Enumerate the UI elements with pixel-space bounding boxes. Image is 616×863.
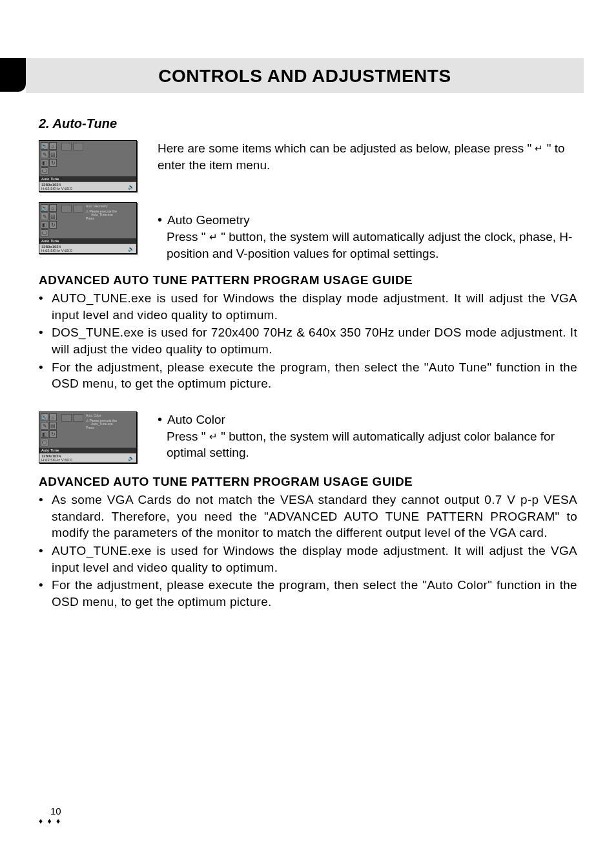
intro-text-1: Here are some items which can be adjuste…	[158, 141, 535, 155]
mountain-icon	[61, 205, 72, 213]
enter-icon: ↵	[209, 430, 218, 443]
guide1-b1: AUTO_TUNE.exe is used for Windows the di…	[52, 290, 577, 323]
bullet-dot: •	[39, 324, 46, 357]
guide1-b3: For the adjustment, please execute the p…	[52, 359, 577, 392]
text-column-1: Here are some items which can be adjuste…	[158, 140, 577, 262]
auto-color-title: Auto Color	[167, 411, 577, 428]
auto-geometry-line-b: " button, the system will automatically …	[167, 230, 572, 260]
side-tab	[0, 58, 26, 92]
osd-main-panel: Auto Geometry ⚠ Please execute the Auto_…	[60, 204, 135, 237]
speaker-icon: 🔈	[128, 455, 134, 461]
text-column-2: • Auto Color Press " ↵ " button, the sys…	[158, 411, 577, 461]
document-icon: ▤	[49, 213, 57, 220]
bullet-dot: •	[39, 290, 46, 323]
brightness-icon: ☼	[49, 413, 57, 421]
color-icon: ◧	[41, 221, 48, 229]
page-content: CONTROLS AND ADJUSTMENTS 2. Auto-Tune 🔊 …	[0, 0, 616, 650]
bullet-dot: •	[158, 212, 162, 229]
document-icon: ▤	[49, 422, 57, 430]
monitor-icon	[41, 167, 48, 175]
runner-icon	[73, 414, 83, 422]
osd-hint3: Press	[86, 217, 117, 221]
sound-icon: 🔊	[41, 204, 48, 212]
bullet-dot: •	[39, 577, 46, 610]
color-icon: ◧	[41, 430, 48, 438]
runner-icon	[73, 143, 83, 151]
wand-icon: ✎	[41, 151, 48, 158]
footer-diamonds: ♦ ♦ ♦	[39, 816, 61, 826]
osd-icon-grid: 🔊 ☼ ✎ ▤ ◧ ↻	[41, 204, 59, 237]
osd-auto-color: 🔊 ☼ ✎ ▤ ◧ ↻ Auto Color ⚠ Please execu	[39, 411, 137, 463]
speaker-icon: 🔈	[128, 246, 134, 252]
osd-status: 1280x1024H:63.5KHz V:60.0 🔈	[39, 453, 136, 463]
osd-freq: H:63.5KHz V:60.0	[41, 187, 72, 191]
monitor-icon	[41, 439, 48, 446]
osd-label: Auto Tune	[39, 176, 136, 182]
osd-sub-title: Auto Color	[86, 414, 117, 418]
sound-icon: 🔊	[41, 413, 48, 421]
mountain-icon	[61, 414, 72, 422]
enter-icon: ↵	[209, 231, 218, 244]
section-heading: 2. Auto-Tune	[39, 116, 577, 131]
osd-icon-grid: 🔊 ☼ ✎ ▤ ◧ ↻	[41, 142, 59, 175]
loop-icon: ↻	[49, 221, 57, 229]
auto-geometry-line-a: Press "	[167, 230, 209, 244]
runner-icon	[73, 205, 83, 213]
guide2-heading: ADVANCED AUTO TUNE PATTERN PROGRAM USAGE…	[39, 475, 577, 489]
color-icon: ◧	[41, 159, 48, 167]
document-icon: ▤	[49, 151, 57, 158]
brightness-icon: ☼	[49, 142, 57, 150]
osd-status: 1280x1024H:63.5KHz V:60.0 🔈	[39, 182, 136, 191]
osd-freq: H:63.5KHz V:60.0	[41, 458, 72, 462]
osd-freq: H:63.5KHz V:60.0	[41, 249, 72, 253]
mountain-icon	[61, 143, 72, 151]
osd-sub-title: Auto Geometry	[86, 205, 117, 209]
guide2-b1: As some VGA Cards do not match the VESA …	[52, 492, 577, 541]
footer: 10 ♦ ♦ ♦	[39, 806, 61, 826]
page-number: 10	[50, 806, 61, 816]
auto-color-block: • Auto Color Press " ↵ " button, the sys…	[158, 411, 577, 461]
bullet-dot: •	[39, 359, 46, 392]
osd-main-panel: Auto Color ⚠ Please execute the Auto_Tun…	[60, 413, 135, 446]
osd-hint2: Auto_Tune.exe	[91, 213, 117, 217]
brightness-icon: ☼	[49, 204, 57, 212]
wand-icon: ✎	[41, 213, 48, 220]
bullet-dot: •	[39, 543, 46, 576]
guide1-bullets: •AUTO_TUNE.exe is used for Windows the d…	[39, 290, 577, 392]
guide1-b2: DOS_TUNE.exe is used for 720x400 70Hz & …	[52, 324, 577, 357]
auto-color-line-b: " button, the system will automatically …	[167, 430, 555, 460]
osd-column-2: 🔊 ☼ ✎ ▤ ◧ ↻ Auto Color ⚠ Please execu	[39, 411, 142, 463]
auto-color-line-a: Press "	[167, 430, 209, 443]
row-autocolor: 🔊 ☼ ✎ ▤ ◧ ↻ Auto Color ⚠ Please execu	[39, 411, 577, 463]
osd-icon-grid: 🔊 ☼ ✎ ▤ ◧ ↻	[41, 413, 59, 446]
row-autotune: 🔊 ☼ ✎ ▤ ◧ ↻ Auto Tune 1280x1024	[39, 140, 577, 262]
osd-label: Auto Tune	[39, 448, 136, 453]
auto-geometry-block: • Auto Geometry Press " ↵ " button, the …	[158, 212, 577, 262]
speaker-icon: 🔈	[128, 184, 134, 190]
bullet-dot: •	[39, 492, 46, 541]
loop-icon: ↻	[49, 430, 57, 438]
title-bar: CONTROLS AND ADJUSTMENTS	[26, 58, 584, 93]
guide2-bullets: •As some VGA Cards do not match the VESA…	[39, 492, 577, 610]
osd-column-1: 🔊 ☼ ✎ ▤ ◧ ↻ Auto Tune 1280x1024	[39, 140, 142, 254]
osd-hint2: Auto_Tune.exe	[91, 422, 117, 426]
osd-label: Auto Tune	[39, 238, 136, 244]
bullet-dot: •	[158, 411, 162, 428]
auto-geometry-title: Auto Geometry	[167, 212, 577, 229]
enter-icon: ↵	[535, 142, 543, 155]
osd-hint3: Press	[86, 426, 117, 430]
sound-icon: 🔊	[41, 142, 48, 150]
guide2-b2: AUTO_TUNE.exe is used for Windows the di…	[52, 543, 577, 576]
monitor-icon	[41, 229, 48, 237]
guide1-heading: ADVANCED AUTO TUNE PATTERN PROGRAM USAGE…	[39, 273, 577, 287]
wand-icon: ✎	[41, 422, 48, 430]
osd-status: 1280x1024H:63.5KHz V:60.0 🔈	[39, 244, 136, 253]
guide2-b3: For the adjustment, please execute the p…	[52, 577, 577, 610]
page-title: CONTROLS AND ADJUSTMENTS	[26, 66, 584, 87]
loop-icon: ↻	[49, 159, 57, 167]
osd-autotune-main: 🔊 ☼ ✎ ▤ ◧ ↻ Auto Tune 1280x1024	[39, 140, 137, 192]
osd-main-panel	[60, 142, 135, 175]
osd-auto-geometry: 🔊 ☼ ✎ ▤ ◧ ↻ Auto Geometry ⚠ Please ex	[39, 202, 137, 254]
